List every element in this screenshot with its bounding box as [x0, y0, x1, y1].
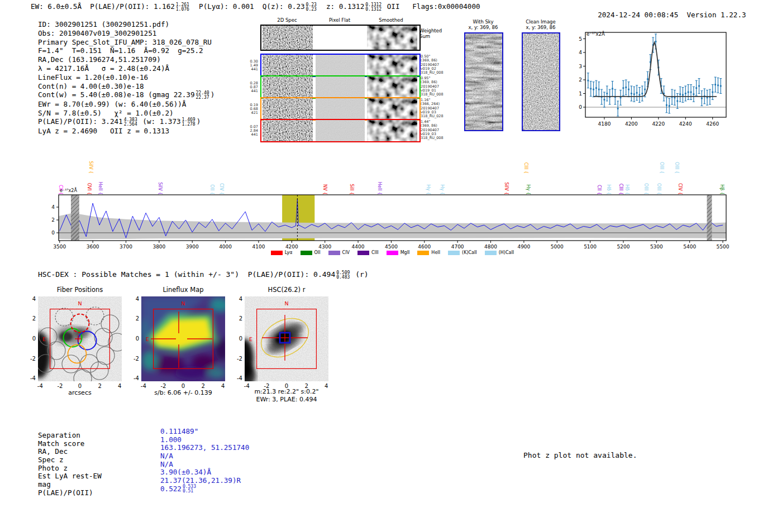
with-sky-xy: x, y: 369, 86 [464, 25, 502, 30]
stacked-uncertainty: 1.4691.278 [182, 118, 196, 127]
legend-label: CIII [371, 250, 379, 255]
svg-text:4220: 4220 [652, 121, 665, 127]
spectral-line-label-ciii: CIII { [523, 162, 528, 174]
east-label: E [42, 336, 46, 342]
y-tick-label: 4 [130, 296, 139, 302]
text-run: HSC-DEX : Possible Matches = 1 (within +… [38, 270, 335, 279]
svg-text:2: 2 [579, 77, 582, 83]
info-line: RA,Dec (163.196274,51.251709) [38, 55, 214, 64]
text-run: 0.522 [160, 485, 182, 493]
y-tick-label: -2 [233, 356, 242, 362]
report-timestamp: 2024-12-24 00:08:45 [598, 11, 678, 19]
with-sky-image [465, 33, 502, 130]
y-tick-label: 4 [27, 296, 36, 302]
spec2d-raw-image [263, 76, 313, 98]
text-run: 163.196273, 51.251740 [160, 443, 249, 452]
legend-item: Lyα [271, 250, 293, 255]
text-run: 0.111489" [160, 427, 198, 435]
spec2d-raw-image [263, 98, 313, 119]
svg-text:4600: 4600 [418, 244, 431, 250]
match-table-row: Match score1.000 [38, 435, 278, 444]
text-run: Cont(n) = 4.00(±0.30)e-18 [38, 82, 144, 90]
match-table-row: Est LyA rest-EW3.90(±0.34)Å [38, 468, 278, 476]
y-tick-label: 2 [27, 315, 36, 322]
y-tick-label: 0 [27, 336, 36, 342]
stacked-uncertainty: 0.5090.483 [336, 271, 350, 280]
match-table-row: mag21.37(21.36,21.39)R [38, 476, 278, 485]
text-run: P(LAE)/P(OII): 3.241 [38, 117, 123, 126]
svg-text:4240: 4240 [679, 121, 692, 127]
legend-swatch [417, 251, 429, 255]
svg-text:5: 5 [579, 36, 582, 42]
spec2d-row-stats: 0.190.68421 [246, 103, 258, 115]
text-run: EW: 6.0±0.5Å P(LAE)/P(OII): 1.162 [31, 2, 175, 11]
north-label: N [78, 300, 82, 306]
info-line: λ = 4217.16Å σ = 2.48(±0.24)Å [38, 64, 214, 73]
catalog-match-table: Separation0.111489"Match score1.000RA, D… [38, 427, 278, 493]
spec2d-row [260, 54, 421, 77]
info-line: Primary Spec_Slot_IFU_AMP: 318_026_078_R… [38, 38, 214, 47]
svg-text:4200: 4200 [285, 244, 298, 250]
match-table-row: P(LAE)/P(OII)0.5220.5330.51 [38, 485, 278, 493]
spec2d-row-annotation: 1.44"(369, 86)20190407v019_03318_RU_008 [421, 120, 444, 140]
text-run: N/A [160, 452, 173, 460]
spec2d-smoothed-image [367, 55, 417, 76]
text-run: (w: 1.373 [139, 117, 181, 126]
svg-text:4800: 4800 [484, 244, 497, 250]
svg-text:5000: 5000 [551, 244, 564, 250]
svg-text:4700: 4700 [451, 244, 464, 250]
with-sky-title: With Sky x, y: 369, 86 [464, 19, 502, 30]
legend-label: OII [314, 250, 321, 255]
info-line: ID: 3002901251 (3002901251.pdf) [38, 20, 214, 29]
full-spectrum-plot: 3500360037003800390040004100420043004400… [47, 193, 732, 250]
match-table-label: P(LAE)/P(OII) [38, 488, 93, 497]
text-run: EWr = 8.70(±0.99) (w: 6.40(±0.56))Å [38, 100, 186, 108]
legend-label: (H)CaII [499, 250, 514, 255]
svg-text:2: 2 [51, 217, 55, 223]
spec2d-smoothed-image [367, 98, 417, 119]
spec2d-flat-image [316, 76, 365, 98]
stacked-uncertainty: 0.13120.1312 [365, 3, 382, 12]
spec2d-flat-image [316, 120, 365, 141]
svg-text:4400: 4400 [352, 244, 365, 250]
spec2d-raw-image [263, 26, 313, 50]
east-label: E [146, 336, 149, 342]
svg-text:3800: 3800 [152, 244, 165, 250]
svg-text:3: 3 [579, 64, 582, 69]
spectral-line-label-siiv: SiIV { [88, 161, 93, 174]
spectral-line-legend: LyαOIICIVCIIIMgIIHeII(K)CaII(H)CaII [59, 250, 726, 255]
with-sky-title-text: With Sky [464, 19, 502, 25]
legend-item: CIII [357, 250, 379, 255]
spacer [678, 11, 686, 19]
text-run: ) [197, 117, 201, 126]
source-blob [59, 332, 73, 342]
svg-text:1: 1 [579, 91, 582, 97]
y-tick-label: -2 [130, 356, 139, 362]
info-line: Cont(n) = 4.00(±0.30)e-18 [38, 82, 214, 91]
info-line: Obs: 20190407v019_3002901251 [38, 29, 214, 38]
x-tick-label: 0 [74, 383, 85, 389]
spec2d-row [260, 97, 421, 121]
y-tick-label: 4 [233, 296, 242, 302]
text-run: (r) [351, 270, 368, 279]
svg-text:5100: 5100 [584, 244, 597, 250]
y-tick-label: 2 [130, 315, 139, 322]
stacked-uncertainty: 4.3832.564 [124, 118, 137, 127]
y-tick-label: 0 [233, 336, 242, 342]
text-run: OII Flags:0x00004000 [383, 2, 480, 11]
hsc-dex-match-line: HSC-DEX : Possible Matches = 1 (within +… [38, 270, 369, 280]
match-table-row: Photo zN/A [38, 460, 278, 468]
svg-text:5200: 5200 [617, 244, 630, 250]
spectral-line-label-oiii: OIII { [674, 162, 679, 174]
match-table-value: 163.196273, 51.251740 [160, 443, 249, 452]
legend-swatch [485, 251, 497, 255]
match-table-value: N/A [160, 460, 173, 468]
x-tick-label: 4 [217, 383, 228, 389]
legend-item: OII [301, 250, 321, 255]
y-tick-label: -4 [130, 375, 139, 381]
legend-item: CIV [328, 250, 350, 255]
clean-image-panel [522, 32, 560, 131]
match-table-row: RA, Dec163.196273, 51.251740 [38, 443, 278, 452]
spec2d-row-stats: 0.301.49441 [246, 60, 258, 71]
stacked-uncertainty: 22.4022.37 [196, 91, 209, 100]
